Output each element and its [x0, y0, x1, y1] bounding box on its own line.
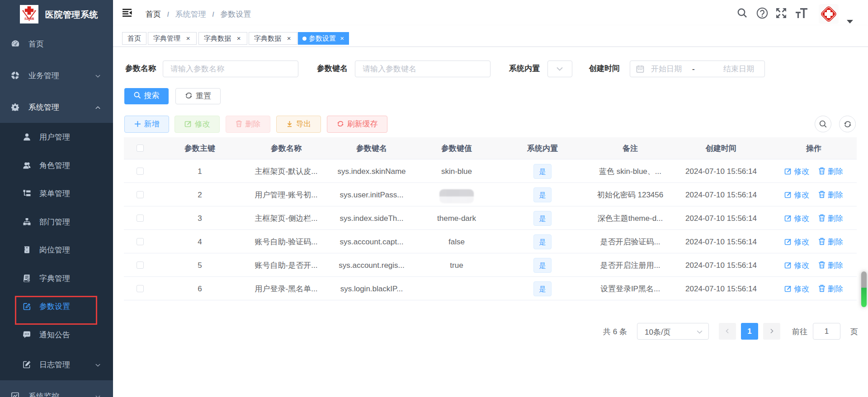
svg-text:北凉医院: 北凉医院	[24, 17, 34, 20]
